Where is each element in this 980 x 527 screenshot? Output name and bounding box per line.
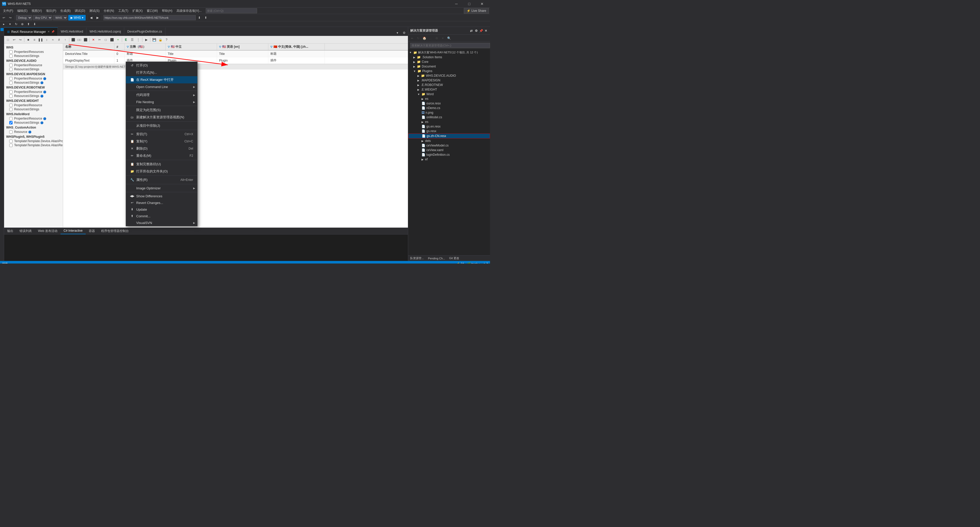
si-solution-items[interactable]: ▶ 📁 .Solution Items	[408, 55, 490, 59]
filter-icon-zh[interactable]: ▽	[270, 45, 272, 48]
cm-new-view[interactable]: 🗂 新建解决方案资源管理器视图(N)	[126, 114, 197, 121]
liveshare-button[interactable]: ⚡ Live Share	[464, 8, 489, 14]
tab-output[interactable]: 输出	[4, 228, 16, 234]
resx-tb-lock[interactable]: 🔒	[158, 37, 163, 43]
resx-tb-paste[interactable]: □	[103, 37, 108, 43]
menu-edit[interactable]: 编辑(E)	[15, 8, 30, 14]
cell-comment-0[interactable]: 标题	[125, 51, 166, 57]
global-search-input[interactable]	[206, 8, 257, 13]
tree-weight-properties[interactable]: Properties\Resource	[4, 103, 63, 107]
resx-tb-b3[interactable]: ❚❚	[38, 37, 43, 43]
si-document[interactable]: ▶ 📁 Document	[408, 64, 490, 69]
resx-tb-b1[interactable]: ■	[25, 37, 31, 43]
grid-row-1[interactable]: PluginDisplayText 1 插件 Plugin Plugin 插件	[63, 57, 408, 64]
chk-weight-strings[interactable]	[9, 108, 13, 111]
si-helloword[interactable]: ▼ 📁 Word	[408, 92, 490, 97]
tree-custom-resource[interactable]: Resource🔵	[4, 130, 63, 134]
resx-tb-help[interactable]: ?	[164, 37, 169, 43]
chk-hello-strings[interactable]	[9, 121, 13, 124]
tab-resx-close[interactable]: ✕	[48, 30, 50, 33]
tab-nuget[interactable]: 程序包管理器控制台	[98, 228, 132, 234]
tab-web-publish[interactable]: Web 发布活动	[35, 228, 60, 234]
chk-plugin-template1[interactable]	[9, 140, 13, 143]
tree-audio-strings[interactable]: Resources\Strings	[4, 67, 63, 71]
cell-en-0[interactable]: Title	[217, 51, 268, 57]
chk-custom-resource[interactable]	[9, 131, 13, 134]
cm-open[interactable]: ↺ 打开(O)	[126, 62, 197, 69]
resx-tb-square[interactable]: □	[5, 37, 11, 43]
si-robotnew[interactable]: ▶ .E.ROBOTNEW	[408, 83, 490, 87]
resx-tb-more[interactable]: ⋮	[135, 37, 141, 43]
chk-whs-strings[interactable]	[9, 54, 13, 58]
resx-tb-b8[interactable]: ⬛	[70, 37, 76, 43]
resx-tb-b5[interactable]: ≈	[50, 37, 56, 43]
si-plugins[interactable]: ▼ 📁 Plugins	[408, 69, 490, 73]
cm-properties[interactable]: 🔧 属性(R) Alt+Enter	[126, 176, 197, 183]
chk-robot-strings[interactable]	[9, 94, 13, 98]
si-model-cs[interactable]: 📄 onModel.cs	[408, 115, 490, 119]
tree-plugin-template1[interactable]: Template\Template.Device.Alias\Pro	[4, 139, 63, 143]
cm-image-optimizer[interactable]: Image Optimizer	[126, 185, 197, 191]
tree-hello-strings[interactable]: Resources\Strings🔵	[4, 121, 63, 125]
si-audio[interactable]: ▶ 📁 WHS.DEVICE.AUDIO	[408, 73, 490, 78]
tab-overflow-btn[interactable]: ▾	[395, 30, 400, 36]
menu-analyze[interactable]: 分析(N)	[102, 8, 116, 14]
cm-exclude[interactable]: 从项目中排除(J)	[126, 122, 197, 129]
cm-show-diff[interactable]: ◀▶ Show Differences	[126, 193, 197, 199]
resx-tb-b9[interactable]: □□	[76, 37, 82, 43]
tab-team-resources[interactable]: 队资源管...	[408, 256, 426, 261]
si-es1[interactable]: ▶ es	[408, 97, 490, 101]
resx-tb-undo[interactable]: ↩	[11, 37, 17, 43]
resx-tb-b7[interactable]: ↑	[62, 37, 68, 43]
tb6[interactable]: ⬇	[32, 21, 37, 27]
chk-robot-properties[interactable]	[9, 90, 13, 94]
cm-copy-path[interactable]: 📋 复制完整路径(U)	[126, 161, 197, 168]
si-es2[interactable]: ▶ es	[408, 119, 490, 124]
si-dels[interactable]: ▶ dels	[408, 139, 490, 143]
se-tb1[interactable]: ⬅	[409, 35, 415, 41]
resx-tb-b4[interactable]: ↕	[44, 37, 49, 43]
tb3[interactable]: ↻	[13, 21, 19, 27]
si-weight[interactable]: ▶ .E.WEIGHT	[408, 87, 490, 92]
resx-tb-b6[interactable]: #	[56, 37, 62, 43]
project-select[interactable]: WHS	[53, 15, 67, 20]
nav-forward-btn[interactable]: ▶	[95, 15, 100, 21]
se-tb4[interactable]: …	[428, 35, 433, 41]
si-gs-zhcn-resx[interactable]: 📄 gs.zh-CN.resx	[408, 134, 490, 139]
sidebar-settings-btn[interactable]: ⚙	[474, 29, 478, 33]
tab-helloword-csproj[interactable]: WHS.HelloWord.csproj	[86, 27, 124, 36]
filter-icon-neutral[interactable]: ▽	[168, 45, 170, 48]
tab-device-plugin[interactable]: DevicePluginDefinition.cs	[124, 27, 165, 36]
menu-debug[interactable]: 调试(D)	[73, 8, 87, 14]
tree-plugin-template2[interactable]: Template\Template.Device.Alias\Res	[4, 143, 63, 147]
tree-whs-strings[interactable]: Resources\Strings	[4, 54, 63, 58]
svn-btn2[interactable]: ⬆	[203, 15, 208, 21]
cm-code-cleanup[interactable]: 代码清理	[126, 91, 197, 99]
chk-map-properties[interactable]	[9, 77, 13, 80]
menu-help[interactable]: 帮助(H)	[160, 8, 175, 14]
tab-pin-icon[interactable]: 📌	[51, 30, 54, 33]
cm-open-with[interactable]: 打开方式(N)...	[126, 69, 197, 76]
cm-open-resx[interactable]: 📄 在 ResX Manager 中打开	[126, 76, 197, 83]
cell-en-1[interactable]: Plugin	[217, 57, 268, 64]
menu-view[interactable]: 视图(V)	[30, 8, 44, 14]
tab-helloword[interactable]: WHS.HelloWord	[58, 27, 86, 36]
tab-settings-btn[interactable]: ⚙	[401, 30, 407, 36]
cm-commit[interactable]: ⬆ Commit...	[126, 213, 197, 220]
cm-rename[interactable]: ✏ 重命名(M) F2	[126, 152, 197, 159]
filter-icon-comment[interactable]: ▽	[127, 45, 129, 48]
menu-test[interactable]: 测试(S)	[87, 8, 102, 14]
filter-icon-en[interactable]: ▽	[219, 45, 221, 48]
tree-whs-properties[interactable]: Properties\Resources	[4, 50, 63, 54]
sidebar-pin-btn[interactable]: 📌	[479, 29, 483, 33]
menu-tools[interactable]: 工具(T)	[116, 8, 130, 14]
nav-back-btn[interactable]: ◀	[89, 15, 94, 21]
solution-root[interactable]: ▼ 📁 解决方案'WHS-RAY-NET5'(12 个项目, 共 12 个)	[408, 50, 490, 55]
tab-errors[interactable]: 错误列表	[16, 228, 35, 234]
menu-project[interactable]: 项目(P)	[44, 8, 58, 14]
si-plugin-def-cs[interactable]: 📄 luginDefinition.cs	[408, 153, 490, 157]
chk-whs-properties[interactable]	[9, 50, 13, 54]
si-core[interactable]: ▶ 📁 Core	[408, 59, 490, 64]
cm-open-cmdline[interactable]: Open Command Line	[126, 83, 197, 90]
chk-plugin-template2[interactable]	[9, 144, 13, 147]
